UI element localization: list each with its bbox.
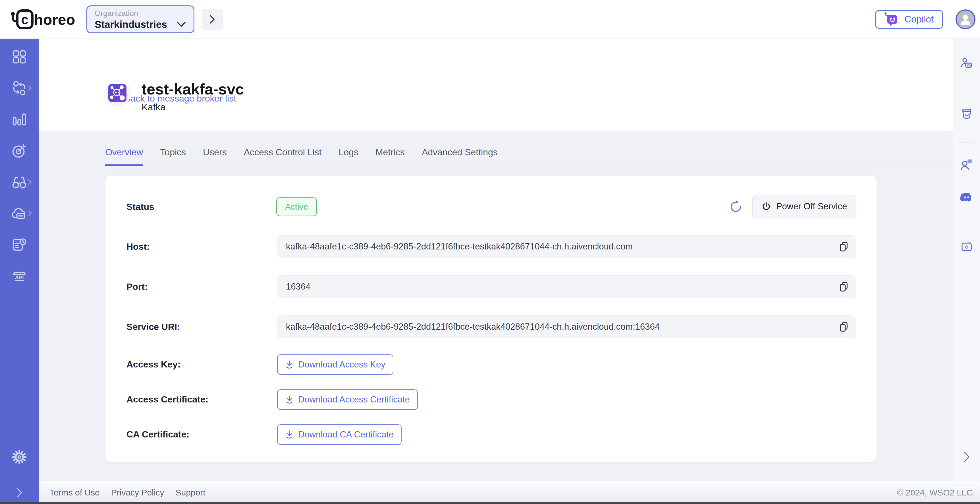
cli-docs-icon: c [959,239,974,254]
marketplace-bag-icon [959,106,974,121]
sidebar-item-api-management[interactable]: API [0,267,39,285]
tab-advanced-settings[interactable]: Advanced Settings [422,147,498,166]
svg-text:API: API [15,274,24,281]
top-header: c horeo Organization Starkindustries [0,0,980,39]
dashboard-icon [11,48,28,66]
discord-icon [959,190,974,204]
service-avatar [104,80,131,106]
tab-bar: Overview Topics Users Access Control Lis… [105,147,947,166]
copyright-text: © 2024, WSO2 LLC. [897,488,975,498]
tab-metrics[interactable]: Metrics [375,147,405,166]
service-uri-field[interactable]: kafka-48aafe1c-c389-4eb6-9285-2dd121f6fb… [277,316,856,338]
discord-button[interactable] [953,190,980,204]
service-type: Kafka [142,102,165,113]
support-link[interactable]: Support [175,488,205,498]
left-sidebar-expand-button[interactable] [0,481,39,504]
status-badge: Active [276,198,317,216]
access-certificate-label: Access Certificate: [126,394,208,405]
person-icon [958,12,973,26]
chevron-right-icon [15,487,23,498]
status-label: Status [126,201,154,212]
left-sidebar: API [0,39,39,481]
organization-value: Starkindustries [95,19,167,30]
sidebar-item-observability[interactable] [0,111,39,128]
sidebar-item-discover[interactable] [0,173,39,191]
footer: Terms of Use Privacy Policy Support © 20… [0,481,980,504]
marketplace-button[interactable] [953,106,980,121]
download-access-key-button[interactable]: Download Access Key [277,354,393,375]
chevron-right-icon [208,14,216,24]
dev-portal-button[interactable]: <> [953,57,980,72]
organization-label: Organization [95,9,186,18]
power-off-button[interactable]: Power Off Service [752,195,856,218]
copilot-label: Copilot [904,14,934,25]
sidebar-item-dashboard[interactable] [0,48,39,66]
service-uri-value: kafka-48aafe1c-c389-4eb6-9285-2dd121f6fb… [286,322,660,332]
privacy-policy-link[interactable]: Privacy Policy [111,488,164,498]
svg-text:c: c [965,244,968,250]
terms-of-use-link[interactable]: Terms of Use [49,488,100,498]
copy-icon [838,241,849,252]
download-access-certificate-button[interactable]: Download Access Certificate [277,389,418,410]
svg-text:horeo: horeo [34,11,75,28]
sidebar-item-pipelines[interactable] [0,79,39,97]
copy-service-uri-button[interactable] [837,320,850,333]
sidebar-item-audit-logs[interactable] [0,236,39,254]
service-uri-label: Service URI: [126,321,180,332]
divider [959,91,974,91]
access-key-label: Access Key: [126,359,180,370]
download-icon [285,359,294,370]
window-bottom-edge [0,502,980,504]
port-label: Port: [126,281,148,292]
feedback-button[interactable] [953,158,980,172]
host-field[interactable]: kafka-48aafe1c-c389-4eb6-9285-2dd121f6fb… [277,235,856,258]
svg-text:c: c [21,12,29,27]
chevron-down-icon [177,21,186,27]
kafka-service-icon [108,84,126,102]
cli-docs-button[interactable]: c [953,239,980,254]
port-field[interactable]: 16364 [277,275,856,298]
copy-port-button[interactable] [837,280,850,293]
copy-icon [838,321,849,332]
tab-logs[interactable]: Logs [339,147,358,166]
org-next-button[interactable] [202,9,223,30]
user-avatar[interactable] [956,10,975,29]
download-icon [285,394,294,405]
copy-host-button[interactable] [837,240,850,254]
port-value: 16364 [286,282,310,292]
download-access-certificate-label: Download Access Certificate [298,394,410,405]
copilot-button[interactable]: Copilot [875,10,943,29]
choreo-logo-icon: c horeo [10,8,77,31]
chevron-right-icon [27,85,33,93]
host-label: Host: [126,241,150,252]
ca-certificate-label: CA Certificate: [126,429,189,440]
download-ca-certificate-label: Download CA Certificate [298,429,394,440]
organization-selector[interactable]: Organization Starkindustries [86,5,194,33]
cloud-card-icon [11,204,28,222]
tab-access-control-list[interactable]: Access Control List [244,147,322,166]
tab-topics[interactable]: Topics [160,147,186,166]
pipelines-icon [11,79,28,97]
sidebar-item-settings[interactable] [0,448,39,466]
copilot-robot-icon [885,12,899,26]
download-icon [285,429,294,440]
tab-overview[interactable]: Overview [105,147,143,166]
chevron-right-icon [27,179,33,186]
download-access-key-label: Download Access Key [298,359,385,370]
refresh-status-button[interactable] [729,200,742,213]
sidebar-item-cloud-resources[interactable] [0,204,39,222]
power-icon [761,202,771,211]
footer-links: Terms of Use Privacy Policy Support [49,488,205,498]
copy-icon [838,281,849,292]
refresh-icon [729,200,742,213]
right-sidebar-collapse-button[interactable] [953,451,980,463]
tab-users[interactable]: Users [203,147,227,166]
service-name: test-kakfa-svc [142,80,244,98]
download-ca-certificate-button[interactable]: Download CA Certificate [277,424,402,445]
dev-portal-icon: <> [959,57,974,72]
bar-chart-icon [11,111,28,128]
sidebar-item-insights[interactable] [0,142,39,159]
main-content: Back to message broker list test-kakfa-s… [39,39,953,481]
binoculars-icon [11,173,28,191]
svg-text:<>: <> [966,63,971,67]
